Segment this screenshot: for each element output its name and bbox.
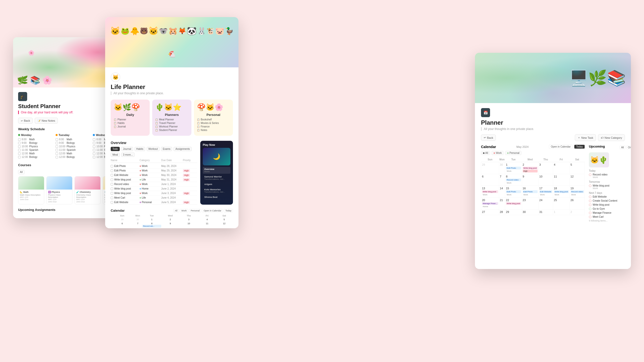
planner-month: May 2024 [516,145,529,148]
link-travel-planner[interactable]: Travel Planner [155,122,188,124]
course-thumb-chem [75,176,100,190]
planners-links: Meal Planner Travel Planner Workout Plan… [155,118,188,131]
table-header: Name Category Due Date Priority [111,159,197,163]
planner-main: Calendar May 2024 Open in Calendar Today… [481,145,585,222]
link-planner[interactable]: Planner [114,118,147,121]
planner-banner: 🖥️🌿📚 [475,53,631,103]
schedule-item: 10:00Physics [56,145,92,148]
play-item-overview[interactable]: Overview Home [203,167,230,174]
mini-calendar-grid: SunMonTueWedThuFriSat 29301 2345 678Reco… [111,214,233,228]
personal-emoji: 🍄🐱🌸 [197,103,230,111]
overview-title: Overview [111,141,126,145]
upcoming-circle [589,185,591,187]
daily-emoji: 🐱🌿🍄 [114,103,147,111]
play-item-artgem[interactable]: Artgem [203,182,230,187]
today-section-label: Today [589,169,631,172]
course-subject: 📐 Math [20,191,43,193]
filter-more[interactable]: 3 more... [121,153,135,157]
filter-workout[interactable]: Workout [147,147,159,151]
life-title: Life Planner [111,83,233,90]
hub-personal-card[interactable]: 🍄🐱🌸 Personal Bookshelf Movies & Series F… [194,100,233,136]
moon-art: 🌙 [203,148,230,165]
day-monday: Monday 8:00Math 9:00Biology 10:00Physics… [18,133,54,159]
planner-tagline: All your thoughts in one private place. [481,127,625,131]
open-in-cal-btn[interactable]: Open in Calendar [549,145,573,149]
filter-journal[interactable]: Journal [121,147,133,151]
filter-habits[interactable]: Habits [135,147,145,151]
link-journal[interactable]: Journal [114,125,147,128]
play-item-koto[interactable]: Koto Memories Transformations, mer... [203,187,230,194]
cal-filter-all[interactable]: All [173,209,179,212]
student-back-button[interactable]: ↩ Back [18,118,33,124]
table-row: Write blog post Home June 2, 2024 [111,187,197,191]
cal-filter-work[interactable]: Work [180,209,188,212]
course-card-math: 📐 Math Math Class Description ARC-123 Jo… [18,176,44,204]
planner-back-btn[interactable]: ↩ Back [481,134,496,141]
monday-dot [18,134,20,136]
filter-all-pcf[interactable]: All [481,151,490,155]
tag-icon: 🏷 [601,136,603,139]
schedule-item: 10:00Physics [18,145,54,148]
filter-personal-pcf[interactable]: Personal [505,151,521,155]
open-calendar-btn[interactable]: Open in Calendar [202,209,223,212]
upcoming-all-btn[interactable]: All [620,146,625,149]
upcoming-next7-item: Create Social Content [589,199,631,202]
new-task-btn[interactable]: ＋ New Task [575,134,596,141]
link-student-planner[interactable]: Student Planner [155,129,188,131]
big-calendar-grid: SunMonTueWedThuFriSat 29 30 1Edit PhotoW… [481,157,585,215]
planner-bottom: Calendar May 2024 Open in Calendar Today… [481,145,625,222]
planner-card: 🖥️🌿📚 📅 Planner All your thoughts in one … [475,53,631,269]
course-card-physics: ⚛️ Physics Physics Class Description ARC… [46,176,72,204]
cal-header: Calendar All Work Personal Open in Calen… [111,209,233,212]
play-item-samurai[interactable]: Samurai Warrior Transformations, mer... [203,174,230,181]
upcoming-circle [589,196,591,198]
upcoming-tomorrow-item: Write blog post Work [589,184,631,190]
today-btn[interactable]: Today [224,209,233,212]
filter-exams[interactable]: Exams [161,147,172,151]
link-meal-planner[interactable]: Meal Planner [155,118,188,121]
link-movies-series[interactable]: Movies & Series [197,122,230,124]
new-category-btn[interactable]: 🏷 New Category [598,134,625,141]
student-notes-button[interactable]: 📝 New Notes [35,118,58,124]
day-tuesday: Tuesday 8:00Math 9:00Biology 10:00Physic… [56,133,92,159]
schedule-item: 12:00Biology [56,156,92,158]
planner-banner-inner: 🖥️🌿📚 [475,53,631,103]
col-name: Name [111,159,140,162]
today-cal-btn[interactable]: Today [574,145,585,149]
schedule-item: 9:00Biology [18,142,54,144]
next7-section-label: Next 7 days [589,192,631,194]
upcoming-circle [589,200,591,202]
upcoming-next7-item: Go to Gym [589,207,631,210]
planners-label: Planners [155,113,188,117]
filter-todo[interactable]: Todo [111,147,120,151]
link-notes[interactable]: Notes [197,129,230,131]
play-item-shrena[interactable]: Shrena Beat [203,195,230,199]
planners-emoji: 🌵🐱⭐ [155,103,188,111]
filter-assignments[interactable]: Assignments [174,147,191,151]
link-bookshelf[interactable]: Bookshelf [197,118,230,121]
cal-title-life: Calendar [111,209,125,212]
upcoming-circle [589,204,591,206]
table-row: Record video Work June 1, 2024 [111,182,197,187]
blob-art: 🐱 🐸 🐥 🐻 🐱 🐨 🐹 🦊 🐼 🐰 🐮 🐷 🦆 🐔 [105,17,238,67]
life-planner-card: 🐱 🐸 🐥 🐻 🐱 🐨 🐹 🦊 🐼 🐰 🐮 🐷 🦆 🐔 🐱 Life Plann… [105,17,238,228]
schedule-item: 9:00Biology [56,142,92,144]
course-thumb-math [18,176,44,190]
courses-filter-all[interactable]: All [18,170,24,174]
hub-daily-card[interactable]: 🐱🌿🍄 Daily Planner Habits Journal [111,100,150,136]
upcoming-one-btn[interactable]: One [626,146,631,149]
table-row: Edit Photo Work May 29, 2024 High [111,168,197,173]
hub-planners-card[interactable]: 🌵🐱⭐ Planners Meal Planner Travel Planner… [152,100,191,136]
schedule-item: 12:00Biology [18,156,54,158]
link-habits[interactable]: Habits [114,122,147,124]
filter-meal[interactable]: Meal [111,153,120,157]
link-finance[interactable]: Finance [197,125,230,128]
col-priority: Priority [183,159,197,162]
filter-work-pcf[interactable]: Work [492,151,504,155]
overview-table: Overview Todo Journal Habits Workout Exa… [111,141,197,205]
link-workout-planner[interactable]: Workout Planner [155,125,188,128]
cat-decoration: 🐱🌵 [589,152,609,167]
play-now-panel: Play Now 🌙 Overview Home Samurai Warrior… [200,141,233,205]
cal-filter-personal[interactable]: Personal [189,209,201,212]
schedule-item: 12:00Math [56,152,92,155]
